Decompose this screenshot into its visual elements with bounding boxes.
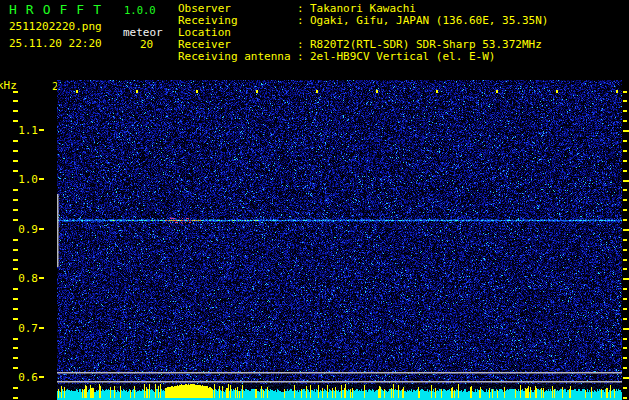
tick-mark [623,278,629,280]
tick-mark [13,298,18,300]
tick-mark [13,367,18,369]
tick-mark [13,150,18,152]
tick-mark [13,100,18,102]
tick-mark [13,239,18,241]
info-label: Receiving Location [178,15,297,39]
tick-mark [13,347,18,349]
freq-tick-label: 1.0 [0,173,38,186]
tick-mark [39,129,44,131]
tick-mark [623,298,627,300]
tick-mark [623,387,627,389]
tick-mark [13,189,18,191]
tick-mark [623,189,627,191]
tick-mark [13,199,18,201]
tick-mark [316,90,318,93]
tick-mark [623,239,627,241]
output-filename: 2511202220.png [9,20,102,33]
freq-tick-label: 0.6 [0,371,38,384]
tick-mark [13,397,18,399]
tick-mark [623,219,627,221]
info-colon: : [297,15,310,39]
freq-tick-label: 0.7 [0,322,38,335]
tick-mark [13,288,18,290]
tick-mark [39,228,44,230]
tick-mark [13,249,18,251]
tick-mark [256,90,258,93]
tick-mark [13,140,18,142]
spectrogram-canvas [57,80,622,400]
tick-mark [13,259,18,261]
app-title: HROFFT [9,2,110,17]
tick-mark [623,377,629,379]
tick-mark [13,338,18,340]
tick-mark [13,120,18,122]
tick-mark [623,328,629,330]
tick-mark [13,209,18,211]
tick-mark [376,90,378,93]
app-version: 1.0.0 [124,4,156,16]
info-label: Receiving antenna [178,51,297,63]
station-info: Observer : Takanori Kawachi Receiving Lo… [178,3,548,63]
tick-mark [436,90,438,93]
tick-mark [13,357,18,359]
tick-mark [13,219,18,221]
tick-mark [13,170,18,172]
info-colon: : [297,51,310,63]
count-value: 20 [140,38,153,51]
tick-mark [623,338,627,340]
tick-mark [39,376,44,378]
tick-mark [623,357,627,359]
tick-mark [623,100,627,102]
tick-mark [623,367,627,369]
tick-mark [76,90,78,93]
tick-mark [13,110,18,112]
tick-mark [623,318,627,320]
tick-mark [616,90,618,93]
tick-mark [196,90,198,93]
tick-mark [623,347,627,349]
tick-mark [136,90,138,93]
tick-mark [39,277,44,279]
tick-mark [623,91,627,93]
tick-mark [623,170,627,172]
tick-mark [623,110,627,112]
tick-mark [623,308,627,310]
tick-mark [623,397,627,399]
tick-mark [623,120,627,122]
info-value: Ogaki, Gifu, JAPAN (136.60E, 35.35N) [310,15,548,39]
freq-tick-label: 1.1 [0,124,38,137]
tick-mark [623,160,627,162]
tick-mark [39,178,44,180]
info-value: 2el-HB9CV Vertical (el. E-W) [310,51,495,63]
tick-mark [556,90,558,93]
tick-mark [623,130,629,132]
tick-mark [13,387,18,389]
tick-mark [623,268,627,270]
tick-mark [623,180,629,182]
tick-mark [39,327,44,329]
freq-tick-label: 0.8 [0,272,38,285]
tick-mark [13,308,18,310]
tick-mark [623,259,627,261]
tick-mark [623,288,627,290]
tick-mark [623,140,627,142]
tick-mark [623,209,627,211]
tick-mark [13,268,18,270]
freq-tick-label: 0.9 [0,223,38,236]
timestamp: 25.11.20 22:20 [9,37,102,50]
tick-mark [623,229,629,231]
info-row-antenna: Receiving antenna : 2el-HB9CV Vertical (… [178,51,548,63]
tick-mark [13,91,18,93]
info-row-location: Receiving Location : Ogaki, Gifu, JAPAN … [178,15,548,39]
tick-mark [623,150,627,152]
tick-mark [13,318,18,320]
tick-mark [623,199,627,201]
tick-mark [496,90,498,93]
hrofft-window: HROFFT 1.0.0 2511202220.png meteor 25.11… [0,0,629,400]
tick-mark [623,249,627,251]
tick-mark [13,160,18,162]
